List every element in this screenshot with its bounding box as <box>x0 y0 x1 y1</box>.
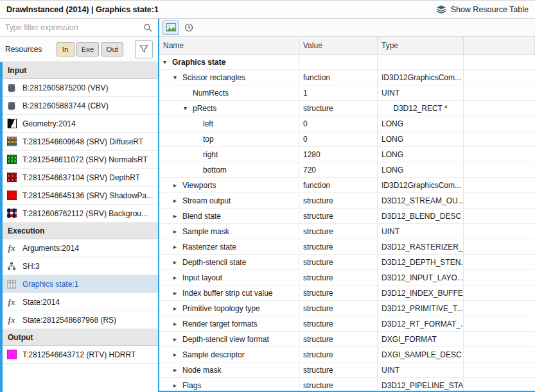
row-extra <box>464 162 535 177</box>
table-row[interactable]: ▸Node maskstructureUINT <box>159 362 535 378</box>
row-value: 0 <box>299 132 378 146</box>
expander-right-icon[interactable]: ▸ <box>173 305 182 312</box>
row-name: Node mask <box>182 366 222 375</box>
expander-right-icon[interactable]: ▸ <box>173 244 182 250</box>
row-extra <box>464 270 535 285</box>
column-header-value[interactable]: Value <box>299 37 378 54</box>
table-row[interactable]: ▸Stream outputstructureD3D12_STREAM_OU..… <box>159 193 535 209</box>
row-extra <box>464 147 535 162</box>
resources-toggle-in[interactable]: In <box>57 42 75 56</box>
resource-item[interactable]: B:2812605875200 (VBV) <box>3 79 158 97</box>
resources-toggle-exe[interactable]: Exe <box>76 42 100 56</box>
image-view-button[interactable] <box>162 21 179 35</box>
column-header-name[interactable]: Name <box>159 37 299 54</box>
table-row[interactable]: ▸Render target formatsstructureD3D12_RT_… <box>159 316 535 332</box>
resource-label: SH:3 <box>22 262 40 271</box>
column-header-type[interactable]: Type <box>378 37 464 54</box>
fx-icon: fx <box>6 315 17 325</box>
resource-filter-button[interactable] <box>135 40 153 58</box>
resource-label: T:2812606762112 (SRV) Backgrou... <box>22 209 148 218</box>
expander-right-icon[interactable]: ▸ <box>173 352 182 358</box>
row-name: Depth-stencil view format <box>182 335 269 344</box>
resource-item[interactable]: T:2812606762112 (SRV) Backgrou... <box>3 205 158 223</box>
table-row[interactable]: ▸Rasterizer statestructureD3D12_RASTERIZ… <box>159 239 535 255</box>
row-extra <box>464 70 535 85</box>
table-row[interactable]: NumRects1UINT <box>159 85 535 101</box>
expander-down-icon[interactable]: ▾ <box>173 74 182 81</box>
show-resource-table-button[interactable]: Show Resource Table <box>436 4 529 15</box>
resource-item[interactable]: T:2812546611072 (SRV) NormalsRT <box>3 151 158 169</box>
table-row[interactable]: ▾Graphics state <box>159 55 535 70</box>
row-name: Primitive topology type <box>182 304 260 313</box>
table-row[interactable]: ▾Scissor rectanglesfunctionID3D12Graphic… <box>159 70 535 85</box>
expander-right-icon[interactable]: ▸ <box>173 290 182 296</box>
search-icon <box>143 22 153 33</box>
table-row[interactable]: ▾pRectsstructureD3D12_RECT * <box>159 101 535 116</box>
resource-label: B:2812605875200 (VBV) <box>22 83 108 92</box>
row-type: D3D12_INPUT_LAYO... <box>378 270 464 285</box>
row-name: Sample mask <box>182 227 229 236</box>
resource-label: Graphics state:1 <box>22 280 78 289</box>
row-extra <box>464 316 535 331</box>
expander-down-icon[interactable]: ▾ <box>163 59 172 65</box>
clock-view-button[interactable] <box>180 21 197 35</box>
expander-right-icon[interactable]: ▸ <box>173 336 182 343</box>
table-row[interactable]: top0LONG <box>159 132 535 147</box>
table-row[interactable]: bottom720LONG <box>159 162 535 178</box>
row-type: LONG <box>378 162 464 177</box>
table-body: ▾Graphics state▾Scissor rectanglesfuncti… <box>159 55 535 391</box>
resource-item[interactable]: fxArguments:2014 <box>3 239 158 257</box>
expander-down-icon[interactable]: ▾ <box>184 105 193 112</box>
column-header-extra <box>464 37 535 54</box>
expander-right-icon[interactable]: ▸ <box>173 259 182 266</box>
table-row[interactable]: ▸FlagsstructureD3D12_PIPELINE_STA... <box>159 378 535 391</box>
expander-right-icon[interactable]: ▸ <box>173 382 182 389</box>
resource-item[interactable]: fxState:2014 <box>3 293 158 311</box>
row-name: pRects <box>193 104 216 113</box>
table-row[interactable]: ▸Blend statestructureD3D12_BLEND_DESC <box>159 209 535 224</box>
row-extra <box>464 378 535 391</box>
resource-item[interactable]: fxState:2812548687968 (RS) <box>3 311 158 329</box>
resource-item[interactable]: Geometry:2014 <box>3 115 158 133</box>
table-row[interactable]: right1280LONG <box>159 147 535 162</box>
resource-item[interactable]: SH:3 <box>3 257 158 275</box>
expander-right-icon[interactable]: ▸ <box>173 367 182 373</box>
table-row[interactable]: ▸Sample maskstructureUINT <box>159 224 535 239</box>
table-row[interactable]: left0LONG <box>159 116 535 132</box>
resource-item[interactable]: T:2812546637104 (SRV) DepthRT <box>3 169 158 187</box>
row-value: structure <box>299 101 378 115</box>
row-value: structure <box>299 332 378 346</box>
table-row[interactable]: ▸Sample descriptorstructureDXGI_SAMPLE_D… <box>159 347 535 362</box>
expander-right-icon[interactable]: ▸ <box>173 321 182 327</box>
resource-sidebar: Resources InExeOut InputB:2812605875200 … <box>0 19 158 392</box>
expander-right-icon[interactable]: ▸ <box>173 228 182 235</box>
table-row[interactable]: ▸Depth-stencil statestructureD3D12_DEPTH… <box>159 255 535 270</box>
table-row[interactable]: ▸Index buffer strip cut valuestructureD3… <box>159 285 535 301</box>
resource-item[interactable]: Graphics state:1 <box>3 275 158 293</box>
table-row[interactable]: ▸Input layoutstructureD3D12_INPUT_LAYO..… <box>159 270 535 285</box>
resource-item[interactable]: T:2812546643712 (RTV) HDRRT <box>3 346 158 364</box>
row-extra <box>464 178 535 192</box>
row-name: bottom <box>203 166 227 175</box>
expander-right-icon[interactable]: ▸ <box>173 182 182 189</box>
resource-label: B:2812605883744 (CBV) <box>22 101 109 110</box>
row-extra <box>464 116 535 131</box>
row-value: function <box>299 70 378 85</box>
resource-label: T:2812546611072 (SRV) NormalsRT <box>22 155 148 164</box>
table-row[interactable]: ▸Depth-stencil view formatstructureDXGI_… <box>159 332 535 347</box>
table-row[interactable]: ▸Primitive topology typestructureD3D12_P… <box>159 301 535 316</box>
expander-right-icon[interactable]: ▸ <box>173 275 182 281</box>
resource-item[interactable]: T:2812546609648 (SRV) DiffuseRT <box>3 133 158 151</box>
table-row[interactable]: ▸ViewportsfunctionID3D12GraphicsCom... <box>159 178 535 193</box>
row-name: Depth-stencil state <box>182 258 246 267</box>
state-grid-icon <box>6 279 17 289</box>
resource-item[interactable]: B:2812605883744 (CBV) <box>3 97 158 115</box>
resource-label: Arguments:2014 <box>22 244 79 253</box>
filter-input[interactable] <box>5 23 143 32</box>
expander-right-icon[interactable]: ▸ <box>173 213 182 219</box>
row-extra <box>464 255 535 269</box>
expander-right-icon[interactable]: ▸ <box>173 198 182 204</box>
resources-toggle-out[interactable]: Out <box>101 42 123 56</box>
resource-item[interactable]: T:2812546645136 (SRV) ShadowPa... <box>3 187 158 205</box>
table-header: Name Value Type <box>159 37 535 55</box>
